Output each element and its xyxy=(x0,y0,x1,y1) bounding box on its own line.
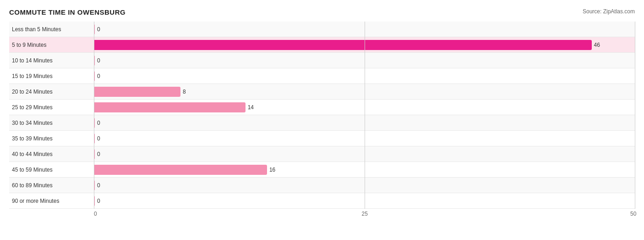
bar xyxy=(94,118,95,128)
bar-area: 16 xyxy=(94,162,635,177)
bar xyxy=(94,134,95,144)
x-axis-label: 25 xyxy=(362,211,368,217)
chart-container: COMMUTE TIME IN OWENSBURG Source: ZipAtl… xyxy=(0,0,644,240)
bar-row: 30 to 34 Minutes0 xyxy=(9,115,635,131)
bar-row: 20 to 24 Minutes8 xyxy=(9,84,635,100)
row-label: Less than 5 Minutes xyxy=(9,26,94,33)
bar xyxy=(94,87,180,97)
bar xyxy=(94,40,592,50)
bar-row: 25 to 29 Minutes14 xyxy=(9,100,635,115)
bar xyxy=(94,71,95,81)
bar xyxy=(94,180,95,190)
row-label: 25 to 29 Minutes xyxy=(9,104,94,111)
bar xyxy=(94,149,95,159)
bar-area: 46 xyxy=(94,37,635,52)
bar xyxy=(94,56,95,66)
row-label: 40 to 44 Minutes xyxy=(9,151,94,157)
row-label: 30 to 34 Minutes xyxy=(9,120,94,126)
bar-row: 5 to 9 Minutes46 xyxy=(9,37,635,53)
chart-body: Less than 5 Minutes05 to 9 Minutes4610 t… xyxy=(9,22,635,209)
bar-area: 0 xyxy=(94,193,635,208)
bar-row: 15 to 19 Minutes0 xyxy=(9,68,635,84)
x-axis-label: 50 xyxy=(630,211,636,217)
row-label: 90 or more Minutes xyxy=(9,198,94,204)
bar-value: 0 xyxy=(97,26,100,33)
bar-value: 0 xyxy=(97,135,100,142)
bar-row: 10 to 14 Minutes0 xyxy=(9,53,635,68)
bar-value: 0 xyxy=(97,73,100,79)
bar-area: 0 xyxy=(94,115,635,130)
row-label: 60 to 89 Minutes xyxy=(9,182,94,189)
bar-value: 0 xyxy=(97,57,100,64)
bar xyxy=(94,102,246,112)
bar xyxy=(94,24,95,34)
row-label: 45 to 59 Minutes xyxy=(9,167,94,173)
bar-area: 14 xyxy=(94,100,635,115)
bar-value: 0 xyxy=(97,182,100,189)
bar-area: 0 xyxy=(94,53,635,68)
row-label: 20 to 24 Minutes xyxy=(9,89,94,95)
bar-row: Less than 5 Minutes0 xyxy=(9,22,635,37)
row-label: 35 to 39 Minutes xyxy=(9,135,94,142)
row-label: 10 to 14 Minutes xyxy=(9,57,94,64)
row-label: 15 to 19 Minutes xyxy=(9,73,94,79)
bar-area: 8 xyxy=(94,84,635,99)
bar-row: 90 or more Minutes0 xyxy=(9,193,635,209)
bar-value: 0 xyxy=(97,120,100,126)
chart-title: COMMUTE TIME IN OWENSBURG xyxy=(9,8,126,16)
bar-row: 60 to 89 Minutes0 xyxy=(9,178,635,193)
bar-area: 0 xyxy=(94,146,635,162)
grid-line xyxy=(635,22,635,209)
row-label: 5 to 9 Minutes xyxy=(9,42,94,48)
bar-value: 46 xyxy=(594,42,600,48)
chart-header: COMMUTE TIME IN OWENSBURG Source: ZipAtl… xyxy=(9,8,635,16)
bar-area: 0 xyxy=(94,178,635,193)
bar-row: 40 to 44 Minutes0 xyxy=(9,146,635,162)
bar-value: 16 xyxy=(269,167,275,173)
bar-row: 45 to 59 Minutes16 xyxy=(9,162,635,178)
chart-source: Source: ZipAtlas.com xyxy=(583,8,635,15)
bar-value: 0 xyxy=(97,198,100,204)
bar xyxy=(94,165,267,175)
x-axis: 02550 xyxy=(94,211,635,220)
bar-value: 0 xyxy=(97,151,100,157)
bar xyxy=(94,196,95,206)
bar-area: 0 xyxy=(94,68,635,84)
bar-value: 14 xyxy=(248,104,254,111)
bar-row: 35 to 39 Minutes0 xyxy=(9,131,635,146)
bar-area: 0 xyxy=(94,131,635,146)
x-axis-label: 0 xyxy=(94,211,97,217)
bar-area: 0 xyxy=(94,22,635,37)
bar-value: 8 xyxy=(183,89,186,95)
